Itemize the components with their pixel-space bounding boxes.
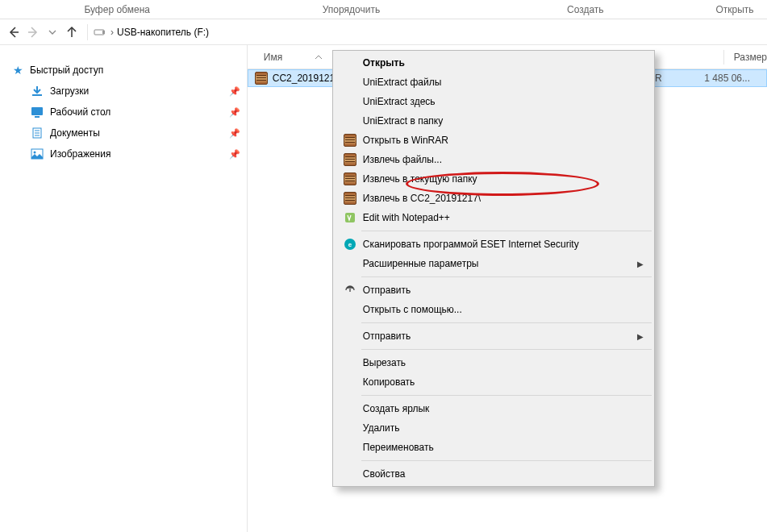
desktop-icon <box>31 106 44 118</box>
menu-edit-notepadpp[interactable]: Edit with Notepad++ <box>336 208 652 227</box>
sidebar-item-pictures[interactable]: Изображения 📌 <box>13 143 240 164</box>
content-pane: Имя Дата изменения Тип Размер CC2_201912… <box>248 45 767 532</box>
documents-icon <box>31 127 44 139</box>
ribbon-tab-organize[interactable]: Упорядочить <box>234 4 468 15</box>
breadcrumb[interactable]: › USB-накопитель (F:) <box>110 27 209 38</box>
menu-properties[interactable]: Свойства <box>336 464 652 484</box>
pin-icon: 📌 <box>229 107 240 118</box>
svg-rect-7 <box>35 116 40 118</box>
svg-point-13 <box>34 152 36 154</box>
menu-create-shortcut[interactable]: Создать ярлык <box>336 399 652 418</box>
file-size: 1 485 06... <box>700 73 766 84</box>
winrar-icon <box>344 172 356 185</box>
ribbon-tabs: Буфер обмена Упорядочить Создать Открыть <box>0 0 767 19</box>
up-button[interactable] <box>63 23 81 41</box>
menu-uniextract-here[interactable]: UniExtract здесь <box>336 92 652 111</box>
nav-bar: › USB-накопитель (F:) <box>0 19 767 45</box>
sidebar-item-documents[interactable]: Документы 📌 <box>13 123 240 143</box>
svg-rect-4 <box>102 31 105 34</box>
sidebar-item-downloads[interactable]: Загрузки 📌 <box>13 81 240 102</box>
svg-rect-5 <box>32 94 42 96</box>
pin-icon: 📌 <box>229 149 240 160</box>
menu-delete[interactable]: Удалить <box>336 418 652 438</box>
pictures-icon <box>31 148 44 160</box>
menu-extract-here[interactable]: Извлечь в текущую папку <box>336 169 652 189</box>
menu-send-to[interactable]: Отправить▶ <box>336 326 652 346</box>
menu-uniextract-files[interactable]: UniExtract файлы <box>336 73 652 92</box>
ribbon-tab-new[interactable]: Создать <box>469 4 702 15</box>
winrar-icon <box>344 153 356 166</box>
submenu-arrow-icon: ▶ <box>637 260 644 268</box>
menu-extract-files[interactable]: Извлечь файлы... <box>336 150 652 169</box>
column-size[interactable]: Размер <box>734 52 767 63</box>
menu-advanced[interactable]: Расширенные параметры▶ <box>336 254 652 273</box>
usb-drive-icon <box>93 26 106 39</box>
ribbon-tab-open[interactable]: Открыть <box>702 4 767 15</box>
ribbon-tab-clipboard[interactable]: Буфер обмена <box>0 4 234 15</box>
breadcrumb-location[interactable]: USB-накопитель (F:) <box>117 27 209 38</box>
share-icon <box>344 284 356 297</box>
navigation-pane: ★ Быстрый доступ Загрузки 📌 Рабочий стол… <box>0 45 248 532</box>
eset-icon: e <box>344 238 356 251</box>
menu-cut[interactable]: Вырезать <box>336 353 652 372</box>
menu-open-winrar[interactable]: Открыть в WinRAR <box>336 131 652 150</box>
menu-uniextract-folder[interactable]: UniExtract в папку <box>336 111 652 131</box>
sidebar-item-desktop[interactable]: Рабочий стол 📌 <box>13 102 240 123</box>
sort-ascending-icon <box>315 55 323 60</box>
menu-rename[interactable]: Переименовать <box>336 438 652 457</box>
notepadpp-icon <box>344 211 356 224</box>
downloads-icon <box>31 85 44 97</box>
rar-file-icon <box>255 72 268 85</box>
menu-extract-to[interactable]: Извлечь в CC2_20191217\ <box>336 189 652 208</box>
menu-share[interactable]: Отправить <box>336 281 652 300</box>
svg-rect-6 <box>31 107 43 115</box>
recent-dropdown-icon[interactable] <box>44 23 61 41</box>
context-menu: Открыть UniExtract файлы UniExtract здес… <box>332 50 655 487</box>
winrar-icon <box>344 192 356 205</box>
menu-open[interactable]: Открыть <box>336 53 652 73</box>
chevron-right-icon: › <box>110 27 114 38</box>
back-button[interactable] <box>5 23 23 41</box>
menu-open-with[interactable]: Открыть с помощью... <box>336 300 652 319</box>
quick-access[interactable]: ★ Быстрый доступ <box>13 60 240 81</box>
star-icon: ★ <box>13 64 23 77</box>
pin-icon: 📌 <box>229 128 240 139</box>
winrar-icon <box>344 134 356 147</box>
submenu-arrow-icon: ▶ <box>637 332 644 341</box>
menu-copy[interactable]: Копировать <box>336 372 652 392</box>
pin-icon: 📌 <box>229 86 240 97</box>
menu-scan-eset[interactable]: e Сканировать программой ESET Internet S… <box>336 235 652 254</box>
svg-text:e: e <box>348 241 352 248</box>
forward-button <box>24 23 42 41</box>
